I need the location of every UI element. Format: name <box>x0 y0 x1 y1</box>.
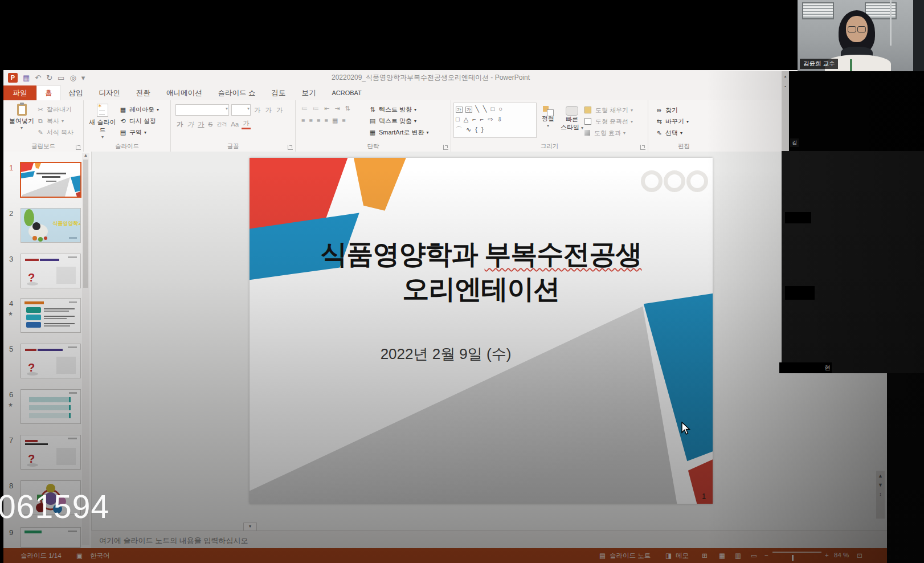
arrange-button[interactable]: 정렬▾ <box>537 100 559 138</box>
slide-editing-area[interactable]: 식품영양학과 부복수전공생 오리엔테이션 2022년 2월 9일 (수) 1 ▲… <box>3 152 887 530</box>
copy-icon: ⧉ <box>36 117 44 125</box>
language-indicator[interactable]: 한국어 <box>90 552 110 560</box>
paragraph-dialog-launcher[interactable] <box>443 145 448 150</box>
scroll-up-icon[interactable]: ▲ <box>878 473 883 479</box>
slideshow-view-button[interactable]: ▭ <box>751 552 757 560</box>
shape-outline-button[interactable]: 도형 윤곽선 <box>595 117 628 126</box>
find-button[interactable]: 찾기 <box>665 106 678 115</box>
slide-sorter-view-button[interactable]: ▦ <box>719 552 725 560</box>
tab-animations[interactable]: 애니메이션 <box>158 85 210 100</box>
text-direction-button[interactable]: 텍스트 방향 <box>379 105 412 114</box>
section-icon: ▤ <box>119 129 127 136</box>
shape-fill-icon <box>584 107 591 113</box>
zoom-percentage[interactable]: 84 % <box>834 552 849 558</box>
underline-button[interactable]: 가 <box>197 120 206 129</box>
prev-next-slide-icon[interactable]: ↕ <box>879 491 882 497</box>
slide-date[interactable]: 2022년 2월 9일 (수) <box>214 344 677 364</box>
start-slideshow-icon[interactable]: ▭ <box>58 74 64 81</box>
align-text-button[interactable]: 텍스트 맞춤 <box>379 117 412 125</box>
normal-view-button[interactable]: ⊞ <box>702 552 708 560</box>
reading-view-button[interactable]: ▥ <box>735 552 741 560</box>
zoom-slider-thumb[interactable] <box>792 555 794 561</box>
reset-button[interactable]: 다시 설정 <box>129 117 156 125</box>
alignment-buttons[interactable]: ≡ ≡ ≡ ≡ ▦ ≡ <box>296 112 369 124</box>
group-editing: ∞ 찾기 ⇆ 바꾸기 ▾ ⇖ 선택 ▾ 편집 <box>648 100 719 152</box>
shape-fill-button[interactable]: 도형 채우기 <box>595 106 628 115</box>
zoom-slider[interactable] <box>772 552 821 553</box>
fit-to-window-button[interactable]: ⊡ <box>857 552 862 560</box>
tab-transitions[interactable]: 전환 <box>128 85 158 100</box>
indent-icon[interactable]: ⇥ <box>334 105 340 112</box>
touch-mode-icon[interactable]: ◎ <box>69 74 76 81</box>
notes-toggle-button[interactable]: 슬라이드 노트 <box>610 552 651 560</box>
slide-scrollbar[interactable]: ▲ ▼ ↕ <box>876 471 885 519</box>
clipboard-dialog-launcher[interactable] <box>76 145 81 150</box>
clear-format-button[interactable]: 가 <box>275 106 284 115</box>
notes-pane[interactable]: ▼ 여기에 슬라이드 노트의 내용을 입력하십시오 <box>91 530 887 549</box>
slide-canvas[interactable]: 식품영양학과 부복수전공생 오리엔테이션 2022년 2월 9일 (수) 1 <box>250 158 713 504</box>
cut-button[interactable]: 잘라내기 <box>47 105 72 114</box>
memo-icon: ◨ <box>665 552 672 560</box>
redo-icon[interactable]: ↻ <box>46 74 52 81</box>
find-icon: ∞ <box>655 107 663 113</box>
select-button[interactable]: 선택 <box>665 129 678 137</box>
copy-button[interactable]: 복사 <box>47 117 59 125</box>
new-slide-button[interactable]: 새 슬라이드▾ <box>86 100 119 140</box>
numbering-icon[interactable]: ≔ <box>313 105 319 112</box>
undo-icon[interactable]: ↶ <box>35 74 41 81</box>
screen-edge <box>887 373 924 563</box>
scroll-up-icon[interactable]: ▲ <box>82 153 89 158</box>
paste-button[interactable]: 붙여넣기▾ <box>7 100 36 138</box>
shrink-font-button[interactable]: 가 <box>264 106 273 115</box>
layout-button[interactable]: 레이아웃 <box>129 105 154 114</box>
format-painter-button[interactable]: 서식 복사 <box>47 128 73 137</box>
thumbnail-scrollbar[interactable]: ▲ <box>82 153 89 545</box>
memo-button[interactable]: 메모 <box>676 552 689 560</box>
tab-acrobat[interactable]: ACROBAT <box>324 85 369 100</box>
proofing-icon[interactable]: ▣ <box>76 552 83 560</box>
tab-design[interactable]: 디자인 <box>91 85 129 100</box>
replace-button[interactable]: 바꾸기 <box>665 117 684 126</box>
group-clipboard: 붙여넣기▾ ✂ 잘라내기 ⧉ 복사 ▾ ✎ 서식 복사 클립보드 <box>3 100 84 152</box>
tab-review[interactable]: 검토 <box>263 85 293 100</box>
font-size-box[interactable] <box>231 104 251 116</box>
outdent-icon[interactable]: ⇤ <box>324 105 329 112</box>
font-name-box[interactable] <box>175 104 229 116</box>
slide-title[interactable]: 식품영양학과 부복수전공생 오리엔테이션 <box>250 236 713 306</box>
customize-qat-icon[interactable]: ▾ <box>81 74 85 81</box>
reset-icon: ⟲ <box>119 117 127 125</box>
section-button[interactable]: 구역 <box>129 128 142 137</box>
char-spacing-button[interactable]: 간격 <box>215 121 228 128</box>
shape-effects-button[interactable]: 도형 효과 <box>594 129 621 137</box>
lanyard <box>850 59 852 71</box>
change-case-button[interactable]: Aa <box>230 121 240 128</box>
paste-icon <box>17 104 27 116</box>
tab-file[interactable]: 파일 <box>3 85 36 100</box>
font-dialog-launcher[interactable] <box>288 145 293 150</box>
zoom-in-button[interactable]: + <box>825 552 829 558</box>
window-edge-strip: ▴▪ <box>782 71 789 151</box>
notes-collapse-button[interactable]: ▼ <box>243 523 257 531</box>
grow-font-button[interactable]: 가 <box>253 106 262 115</box>
bold-button[interactable]: 가 <box>175 120 185 129</box>
redacted-name-bar <box>785 286 815 300</box>
bullets-icon[interactable]: ≔ <box>301 105 308 112</box>
strikethrough-button[interactable]: S <box>207 121 214 128</box>
line-spacing-icon[interactable]: ⇅ <box>345 105 350 112</box>
save-icon[interactable]: ▦ <box>23 74 30 81</box>
drawing-dialog-launcher[interactable] <box>640 145 645 150</box>
italic-button[interactable]: 가 <box>186 120 195 129</box>
new-slide-icon <box>97 104 108 117</box>
smartart-button[interactable]: SmartArt로 변환 <box>379 128 424 137</box>
tab-slideshow[interactable]: 슬라이드 쇼 <box>210 85 264 100</box>
scroll-down-icon[interactable]: ▼ <box>878 482 883 488</box>
font-color-button[interactable]: 가 <box>242 119 251 129</box>
tab-view[interactable]: 보기 <box>293 85 324 100</box>
format-painter-icon: ✎ <box>36 129 44 136</box>
quick-styles-button[interactable]: 빠른 스타일 ▾ <box>559 100 584 138</box>
tab-insert[interactable]: 삽입 <box>61 85 91 100</box>
replace-icon: ⇆ <box>655 118 663 125</box>
tab-home[interactable]: 홈 <box>36 85 61 100</box>
zoom-out-button[interactable]: − <box>764 552 768 558</box>
shapes-gallery[interactable]: 가 가 ╲ ╲ □ ○ □ △ ⌐ ⌐ ⇨ ⇩ ⌒ ∿ { } <box>453 103 537 138</box>
